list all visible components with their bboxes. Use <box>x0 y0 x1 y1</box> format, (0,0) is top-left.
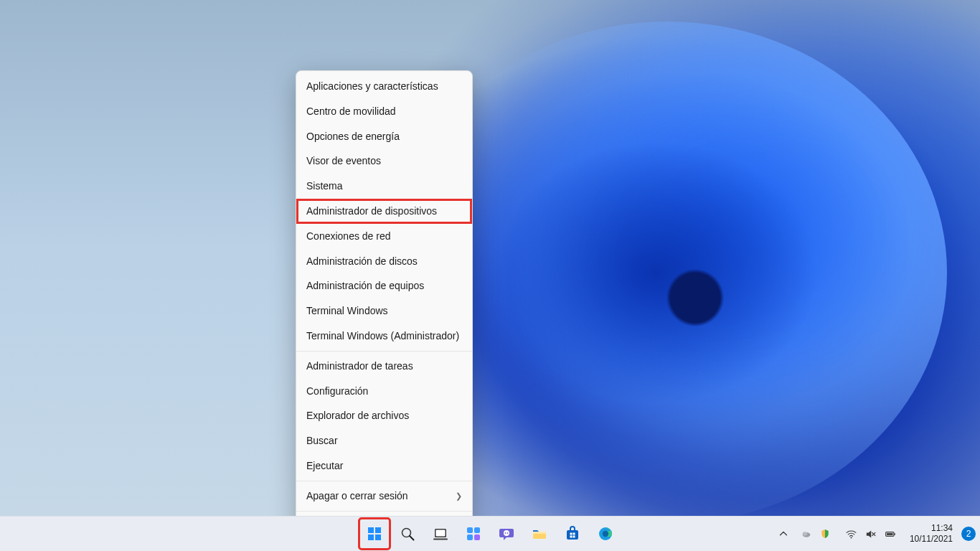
menu-item[interactable]: Terminal Windows <box>296 298 472 324</box>
menu-item[interactable]: Administrador de tareas <box>296 354 472 379</box>
menu-item[interactable]: Administración de equipos <box>296 273 472 298</box>
svg-rect-21 <box>573 536 575 538</box>
menu-separator <box>296 351 472 352</box>
wifi-icon <box>845 528 857 540</box>
volume-mute-icon <box>864 528 877 540</box>
svg-point-26 <box>850 537 852 538</box>
svg-rect-30 <box>894 533 895 535</box>
menu-item[interactable]: Explorador de archivos <box>296 403 472 428</box>
menu-item-label: Conexiones de red <box>306 230 391 242</box>
menu-item[interactable]: Conexiones de red <box>296 224 472 249</box>
menu-item[interactable]: Sistema <box>296 174 472 199</box>
microsoft-store-button[interactable] <box>558 519 587 548</box>
menu-item-label: Administrador de tareas <box>306 360 413 372</box>
menu-item[interactable]: Aplicaciones y características <box>296 74 472 99</box>
windows-logo-icon <box>366 525 383 542</box>
menu-separator <box>296 481 472 481</box>
menu-item-label: Sistema <box>306 180 343 192</box>
edge-button[interactable] <box>591 519 620 548</box>
widgets-button[interactable] <box>459 519 488 548</box>
svg-rect-10 <box>474 527 480 533</box>
svg-rect-7 <box>436 530 446 537</box>
svg-rect-3 <box>375 534 381 540</box>
edge-icon <box>597 525 614 542</box>
svg-rect-8 <box>433 539 448 540</box>
clock-date: 10/11/2021 <box>910 534 953 545</box>
chevron-right-icon: ❯ <box>456 491 462 501</box>
menu-item[interactable]: Administración de discos <box>296 249 472 274</box>
menu-separator <box>296 511 472 512</box>
menu-item[interactable]: Configuración <box>296 379 472 404</box>
folder-icon <box>531 525 548 542</box>
chat-icon <box>498 525 515 542</box>
menu-item-label: Administrador de dispositivos <box>306 205 437 217</box>
svg-point-13 <box>504 530 509 536</box>
menu-item-label: Administración de equipos <box>306 280 424 292</box>
menu-item-label: Ejecutar <box>306 460 343 472</box>
menu-item-label: Buscar <box>306 435 338 447</box>
menu-item[interactable]: Apagar o cerrar sesión ❯ <box>296 484 472 509</box>
task-view-icon <box>432 525 449 542</box>
system-tray: 11:34 10/11/2021 2 <box>775 517 976 551</box>
tray-network-group[interactable] <box>839 525 903 543</box>
svg-rect-11 <box>467 534 473 540</box>
menu-item[interactable]: Terminal Windows (Administrador) <box>296 324 472 349</box>
taskbar-center-group <box>360 517 620 551</box>
menu-item-label: Apagar o cerrar sesión <box>306 490 408 502</box>
svg-point-23 <box>603 531 608 537</box>
task-view-button[interactable] <box>426 519 455 548</box>
svg-rect-16 <box>533 532 546 534</box>
taskbar: 11:34 10/11/2021 2 <box>0 516 980 551</box>
svg-rect-18 <box>570 533 573 535</box>
search-icon <box>399 525 416 542</box>
menu-item-label: Aplicaciones y características <box>306 80 438 93</box>
svg-rect-2 <box>368 534 374 540</box>
svg-rect-20 <box>570 536 573 538</box>
search-button[interactable] <box>393 519 422 548</box>
widgets-icon <box>465 525 482 542</box>
menu-item[interactable]: Buscar <box>296 428 472 453</box>
menu-item[interactable]: Opciones de energía <box>296 124 472 149</box>
onedrive-icon <box>801 528 812 540</box>
notification-count-badge[interactable]: 2 <box>961 527 976 541</box>
svg-rect-12 <box>474 534 480 540</box>
windows-security-icon <box>819 528 831 540</box>
menu-item[interactable]: Ejecutar <box>296 453 472 479</box>
menu-item-label: Centro de movilidad <box>306 105 396 118</box>
svg-rect-9 <box>467 527 473 533</box>
winx-context-menu: Aplicaciones y características Centro de… <box>296 70 473 542</box>
menu-item-label: Explorador de archivos <box>306 410 409 422</box>
menu-item[interactable]: Visor de eventos <box>296 149 472 174</box>
battery-icon <box>884 528 897 540</box>
svg-point-14 <box>505 532 507 534</box>
menu-item-label: Opciones de energía <box>306 131 400 143</box>
svg-rect-1 <box>375 527 381 533</box>
tray-status-group[interactable] <box>795 525 837 542</box>
svg-point-15 <box>507 532 509 534</box>
menu-item[interactable]: Administrador de dispositivos <box>296 199 472 224</box>
start-button[interactable] <box>360 519 389 548</box>
menu-item-label: Visor de eventos <box>306 155 381 167</box>
svg-rect-19 <box>573 533 575 535</box>
svg-rect-17 <box>567 530 578 540</box>
svg-rect-31 <box>887 533 893 535</box>
menu-item-label: Terminal Windows (Administrador) <box>306 330 459 342</box>
menu-item[interactable]: Centro de movilidad <box>296 99 472 124</box>
chevron-up-icon <box>778 529 788 539</box>
file-explorer-button[interactable] <box>525 519 554 548</box>
store-icon <box>564 525 581 542</box>
svg-rect-0 <box>368 527 374 533</box>
desktop-wallpaper[interactable] <box>0 0 980 551</box>
chat-button[interactable] <box>492 519 521 548</box>
taskbar-clock[interactable]: 11:34 10/11/2021 <box>905 522 957 546</box>
clock-time: 11:34 <box>910 523 953 534</box>
menu-item-label: Terminal Windows <box>306 305 388 317</box>
svg-point-25 <box>803 532 808 535</box>
menu-item-label: Configuración <box>306 385 368 397</box>
show-hidden-icons-button[interactable] <box>775 519 792 548</box>
svg-line-5 <box>410 536 414 540</box>
menu-item-label: Administración de discos <box>306 255 418 268</box>
